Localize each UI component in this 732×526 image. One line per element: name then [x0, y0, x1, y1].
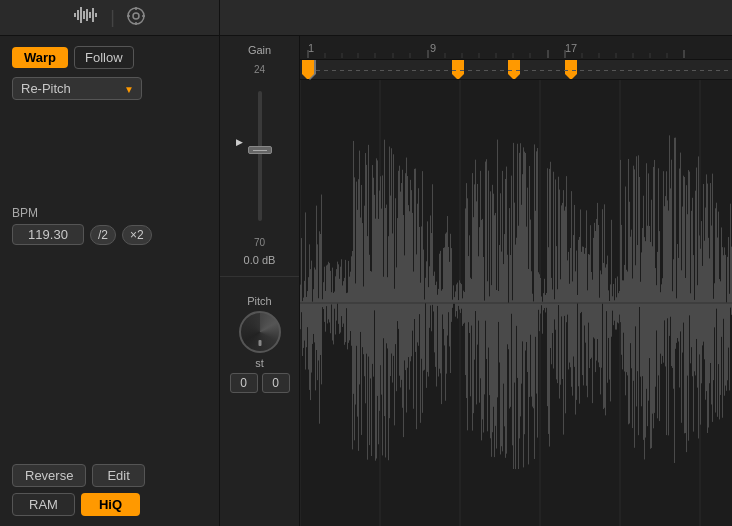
pitch-label: Pitch: [247, 295, 271, 307]
warp-button[interactable]: Warp: [12, 47, 68, 68]
gain-play-icon: ▶: [236, 137, 243, 147]
reverse-edit-row: Reverse Edit: [12, 464, 207, 487]
bpm-row: /2 ×2: [12, 224, 207, 245]
markers-row: [300, 60, 732, 80]
top-bar-right: [220, 0, 732, 35]
right-panel: 1 9 17: [300, 36, 732, 526]
half-tempo-button[interactable]: /2: [90, 225, 116, 245]
waveform-tab-icon[interactable]: [72, 5, 100, 30]
pitch-section: Pitch st 0 0: [230, 295, 290, 393]
edit-button[interactable]: Edit: [92, 464, 144, 487]
gain-min-label: 70: [254, 237, 265, 248]
follow-button[interactable]: Follow: [74, 46, 134, 69]
dropdown-row: Re-Pitch Complex Complex Pro Beats Tones…: [12, 77, 207, 100]
bpm-section: BPM /2 ×2: [12, 206, 207, 245]
knob-indicator: [258, 340, 261, 346]
bottom-buttons: Reverse Edit RAM HiQ: [12, 464, 207, 516]
svg-rect-7: [95, 13, 97, 17]
gain-db-value: 0.0 dB: [244, 254, 276, 266]
repitch-dropdown[interactable]: Re-Pitch Complex Complex Pro Beats Tones…: [12, 77, 142, 100]
ruler: 1 9 17: [300, 36, 732, 60]
settings-tab-icon[interactable]: [125, 5, 147, 30]
warp-follow-row: Warp Follow: [12, 46, 207, 69]
svg-rect-0: [74, 13, 76, 17]
top-bar-left: |: [0, 0, 220, 35]
left-panel: Warp Follow Re-Pitch Complex Complex Pro…: [0, 36, 220, 526]
svg-rect-2: [80, 7, 82, 23]
repitch-dropdown-wrapper: Re-Pitch Complex Complex Pro Beats Tones…: [12, 77, 142, 100]
waveform-canvas: [300, 80, 732, 526]
reverse-button[interactable]: Reverse: [12, 464, 86, 487]
pitch-value-2[interactable]: 0: [262, 373, 290, 393]
center-panel: Gain 24 ▶ 70 0.0 dB Pitch st 0 0: [220, 36, 300, 526]
ram-button[interactable]: RAM: [12, 493, 75, 516]
svg-marker-38: [302, 60, 314, 79]
gain-slider-thumb[interactable]: [248, 146, 272, 154]
pitch-knob[interactable]: [239, 311, 281, 353]
gain-label: Gain: [248, 44, 271, 56]
warp-line: [316, 70, 732, 71]
gain-slider-track[interactable]: [258, 91, 262, 221]
bpm-input[interactable]: [12, 224, 84, 245]
gain-max-label: 24: [254, 64, 265, 75]
spacer: [12, 108, 207, 168]
pitch-values: 0 0: [230, 373, 290, 393]
svg-rect-1: [77, 10, 79, 20]
waveform-area: [300, 80, 732, 526]
double-tempo-button[interactable]: ×2: [122, 225, 152, 245]
main-content: Warp Follow Re-Pitch Complex Complex Pro…: [0, 36, 732, 526]
pitch-st-label: st: [255, 357, 264, 369]
ram-hiq-row: RAM HiQ: [12, 493, 207, 516]
separator: [220, 276, 299, 277]
svg-rect-4: [86, 9, 88, 21]
ruler-ticks: [300, 36, 732, 59]
gain-slider-container: ▶: [230, 81, 290, 231]
svg-rect-5: [89, 12, 91, 18]
svg-rect-6: [92, 8, 94, 22]
pitch-value-1[interactable]: 0: [230, 373, 258, 393]
svg-rect-3: [83, 11, 85, 19]
gain-thumb-indicator: [253, 150, 267, 151]
svg-point-9: [133, 13, 139, 19]
hiq-button[interactable]: HiQ: [81, 493, 140, 516]
top-bar: |: [0, 0, 732, 36]
svg-point-8: [128, 8, 144, 24]
bpm-label: BPM: [12, 206, 207, 220]
